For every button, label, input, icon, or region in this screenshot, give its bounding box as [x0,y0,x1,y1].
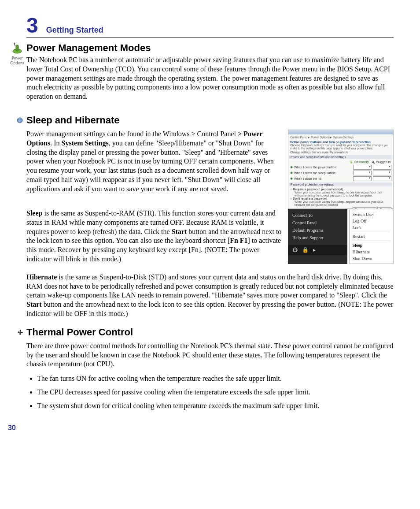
start-item-connect: Connect To [292,212,343,219]
svg-point-2 [14,43,15,44]
menu-shutdown: Shut Down [352,255,391,262]
thermal-bullets: The fan turns ON for active cooling when… [26,374,394,410]
fan-icon [17,329,25,338]
chapter-title: Getting Started [46,26,103,35]
shot1-breadcrumb: Control Panel ▸ Power Options ▸ System S… [290,136,391,139]
chevron-right-icon: ▸ [313,247,316,253]
start-item-default-programs: Default Programs [292,227,343,234]
menu-hibernate: Hibernate [352,249,391,255]
start-item-control-panel: Control Panel [292,219,343,227]
bullet-2: The CPU decreases speed for passive cool… [37,388,394,397]
lock-icon: 🔒 [302,247,309,253]
shot1-title: Define power buttons and turn on passwor… [290,141,391,144]
power-icon: ⏻ [292,247,298,253]
start-menu-screenshot: Connect To Control Panel Default Program… [288,209,394,264]
globe-icon [17,117,25,125]
section1-body: The Notebook PC has a number of automati… [26,56,394,101]
shot1-change-link: Change settings that are currently unava… [290,151,391,154]
page-number: 30 [8,424,394,432]
section-heading-sleep-hibernate: Sleep and Hibernate [26,115,120,126]
section3-intro: There are three power control methods fo… [26,342,394,369]
section-heading-thermal: Thermal Power Control [26,327,133,338]
shot1-bar1: Power and sleep buttons and lid settings [289,155,392,159]
section-heading-power-management: Power Management Modes [26,42,394,54]
system-settings-screenshot: Control Panel ▸ Power Options ▸ System S… [288,130,394,209]
svg-point-4 [20,331,21,333]
bullet-1: The fan turns ON for active cooling when… [37,374,394,383]
power-options-label: Power Options [10,56,24,65]
start-menu-left: Connect To Control Panel Default Program… [288,209,347,264]
bullet-3: The system shut down for critical coolin… [37,401,394,411]
shot1-bar2: Password protection on wakeup [289,182,392,186]
shot1-subtitle: Choose the power settings that you want … [290,144,391,150]
section2-para2: Sleep is the same as Suspend-to-RAM (STR… [26,209,283,264]
svg-rect-1 [16,45,18,51]
power-submenu: Switch User Log Off Lock Restart Sleep H… [349,209,394,264]
chapter-number: 3 [26,13,38,37]
section2-para3: Hibernate is the same as Suspend-to-Disk… [26,273,394,319]
menu-sleep: Sleep [352,242,391,249]
section2-para1: Power management settings can be found i… [26,130,283,194]
page-header: 3 Getting Started [26,13,394,38]
power-options-icon: Power Options [8,42,26,65]
start-item-help: Help and Support [292,234,343,241]
